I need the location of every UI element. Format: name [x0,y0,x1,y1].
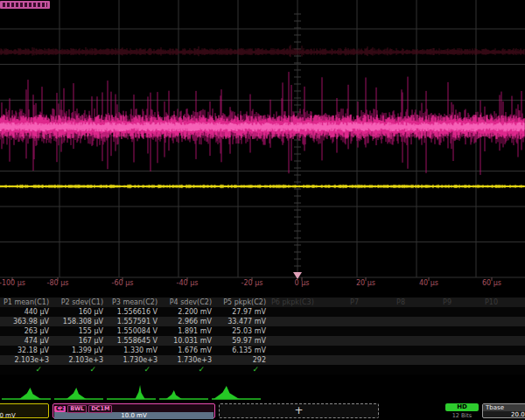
param-num-8 [364,355,410,365]
param-status-4: ✓ [163,365,217,374]
param-value-6 [271,307,318,317]
add-trace-button[interactable]: + [219,403,379,418]
param-min-6 [271,326,318,336]
time-axis-label: -20 µs [242,279,263,288]
param-mean-5: 33.477 mV [217,317,271,326]
param-header-6[interactable]: P6 pkpk(C3) [271,298,318,307]
param-sdev-5: 6.135 mV [217,346,271,355]
param-max-5: 59.97 mV [217,336,271,346]
channel-c2-descriptor[interactable]: C2 BWL DC1M 10.0 mV [52,403,215,418]
param-max-7 [318,336,364,346]
measure-table-row-min: 263 µV155 µV1.550084 V1.891 mV25.03 mV [0,326,525,336]
param-value-7 [318,307,364,317]
oscilloscope-screen: -100 µs-80 µs-60 µs-40 µs-20 µs0 µs20 µs… [0,0,525,420]
hd-mode-badge[interactable]: HD [445,403,479,411]
param-num-5: 292 [217,355,271,365]
param-max-9 [410,336,457,346]
param-header-4[interactable]: P4 sdev(C2) [163,298,217,307]
time-axis-label: 60 µs [482,279,501,288]
param-mean-7 [318,317,364,326]
param-status-1: ✓ [0,365,54,374]
param-sdev-1: 32.18 µV [0,346,54,355]
param-status-5: ✓ [217,365,271,374]
channel-c1-descriptor[interactable]: C1 DC1M 10.0 mV [0,403,49,418]
param-num-6 [271,355,318,365]
param-status-2: ✓ [54,365,108,374]
param-num-11 [503,355,525,365]
param-value-1: 440 µV [0,307,54,317]
param-status-11 [503,365,525,374]
param-sdev-2: 1.399 µV [54,346,108,355]
histicon-p5 [210,380,262,402]
param-mean-8 [364,317,410,326]
param-num-10 [457,355,503,365]
measure-table-status-row: ✓✓✓✓✓ [0,365,525,374]
waveform-plot-area: -100 µs-80 µs-60 µs-40 µs-20 µs0 µs20 µs… [0,0,525,290]
histicon-p2 [52,380,105,402]
histicons [0,380,262,402]
param-header-11[interactable]: P11 [503,298,525,307]
c2-label: C2 [54,406,66,412]
c1-scale-value: 10.0 mV [0,412,48,419]
measure-table: P1 mean(C1)P2 sdev(C1)P3 mean(C2)P4 sdev… [0,298,525,374]
param-mean-11 [503,317,525,326]
waveform-svg [0,0,525,290]
param-header-2[interactable]: P2 sdev(C1) [54,298,108,307]
trigger-position-marker[interactable] [293,272,302,279]
param-header-8[interactable]: P8 [364,298,410,307]
param-max-2: 167 µV [54,336,108,346]
bottom-bar: C1 DC1M 10.0 mV C2 BWL DC1M 10.0 mV + HD… [0,403,525,420]
param-min-10 [457,326,503,336]
param-value-10 [457,307,503,317]
param-min-7 [318,326,364,336]
param-header-3[interactable]: P3 mean(C2) [108,298,163,307]
time-axis-label: 20 µs [356,279,375,288]
time-axis-label: -60 µs [112,279,134,288]
param-mean-2: 158.308 µV [54,317,108,326]
param-min-3: 1.550084 V [108,326,163,336]
param-mean-6 [271,317,318,326]
param-max-10 [457,336,503,346]
param-status-8 [364,365,410,374]
param-num-4: 1.730e+3 [163,355,217,365]
hd-bits-label: 12 Bits [445,412,479,419]
param-value-8 [364,307,410,317]
param-header-5[interactable]: P5 pkpk(C2) [217,298,271,307]
param-header-7[interactable]: P7 [318,298,364,307]
param-max-6 [271,336,318,346]
param-value-3: 1.556616 V [108,307,163,317]
param-min-5: 25.03 mV [217,326,271,336]
param-max-4: 10.031 mV [163,336,217,346]
time-axis-label: -80 µs [47,279,69,288]
param-max-3: 1.558645 V [108,336,163,346]
measure-table-row-mean: 363.98 µV158.308 µV1.557591 V2.966 mV33.… [0,317,525,326]
param-sdev-4: 1.676 mV [163,346,217,355]
param-sdev-7 [318,346,364,355]
param-sdev-10 [457,346,503,355]
param-value-4: 2.200 mV [163,307,217,317]
param-header-9[interactable]: P9 [410,298,457,307]
param-min-11 [503,326,525,336]
param-mean-4: 2.966 mV [163,317,217,326]
param-mean-3: 1.557591 V [108,317,163,326]
param-status-3: ✓ [108,365,163,374]
param-min-9 [410,326,457,336]
time-axis-label: 40 µs [419,279,438,288]
param-num-2: 2.103e+3 [54,355,108,365]
param-min-2: 155 µV [54,326,108,336]
param-min-1: 263 µV [0,326,54,336]
histicon-p4 [158,380,210,402]
param-sdev-3: 1.330 mV [108,346,163,355]
trace-label-badge [0,1,50,9]
measure-table-row-max: 474 µV167 µV1.558645 V10.031 mV59.97 mV [0,336,525,346]
timebase-descriptor[interactable]: Tbase 20.0 [482,403,525,418]
param-sdev-9 [410,346,457,355]
param-sdev-8 [364,346,410,355]
param-header-1[interactable]: P1 mean(C1) [0,298,54,307]
param-num-7 [318,355,364,365]
param-value-9 [410,307,457,317]
param-mean-10 [457,317,503,326]
measure-table-header-row: P1 mean(C1)P2 sdev(C1)P3 mean(C2)P4 sdev… [0,298,525,307]
param-header-10[interactable]: P10 [457,298,503,307]
param-min-4: 1.891 mV [163,326,217,336]
